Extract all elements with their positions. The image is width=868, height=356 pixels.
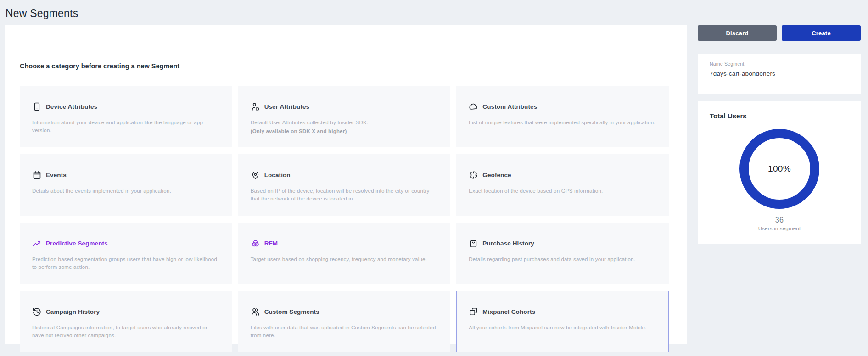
users-caption: Users in segment: [758, 226, 801, 231]
card-head: Predictive Segments: [32, 238, 220, 249]
card-description-note: (Only available on SDK X and higher): [251, 128, 438, 135]
card-description: Historical Campaigns information, to tar…: [32, 324, 220, 339]
total-users-chart: 100% 36 Users in segment: [710, 129, 849, 231]
card-description: Details regarding past purchases and dat…: [469, 256, 656, 263]
discard-button[interactable]: Discard: [698, 25, 777, 41]
card-head: Location: [251, 169, 438, 180]
calendar-icon: [32, 170, 42, 180]
card-title: Campaign History: [46, 308, 100, 315]
category-grid: Device Attributes Information about your…: [20, 86, 669, 352]
category-card-location[interactable]: Location Based on IP of the device, loca…: [238, 154, 451, 216]
card-title: Custom Segments: [264, 308, 319, 315]
cloud-icon: [469, 102, 478, 111]
card-description: Based on IP of the device, location will…: [251, 187, 438, 202]
card-head: Custom Segments: [251, 306, 438, 317]
total-users-title: Total Users: [710, 112, 849, 120]
user-badge-icon: [251, 102, 260, 111]
card-head: Events: [32, 169, 220, 180]
history-clock-icon: [32, 307, 42, 317]
page-title: New Segments: [6, 7, 78, 20]
card-title: Custom Attributes: [482, 103, 537, 110]
card-description: Exact location of the device based on GP…: [469, 187, 656, 195]
name-segment-card: Name Segment: [698, 54, 861, 94]
category-card-custom-segments[interactable]: Custom Segments Files with user data tha…: [238, 291, 451, 352]
card-head: Purchase History: [469, 238, 656, 249]
donut-ring: 100%: [739, 129, 819, 209]
name-segment-input[interactable]: [710, 70, 849, 80]
card-title: Location: [264, 172, 291, 178]
card-head: Device Attributes: [32, 101, 220, 112]
card-head: Campaign History: [32, 306, 220, 317]
category-card-custom-attributes[interactable]: Custom Attributes List of unique feature…: [456, 86, 669, 147]
card-description: Default User Attributes collected by Ins…: [251, 119, 438, 127]
card-title: RFM: [264, 240, 278, 247]
category-card-user-attributes[interactable]: User Attributes Default User Attributes …: [238, 86, 451, 147]
category-card-events[interactable]: Events Details about the events implemen…: [20, 154, 232, 216]
card-title: Purchase History: [482, 240, 534, 247]
create-button[interactable]: Create: [782, 25, 861, 41]
category-card-mixpanel-cohorts[interactable]: Mixpanel Cohorts All your cohorts from M…: [456, 291, 669, 352]
category-card-device-attributes[interactable]: Device Attributes Information about your…: [20, 86, 232, 147]
card-description: Target users based on shopping recency, …: [251, 256, 438, 263]
name-segment-label: Name Segment: [710, 61, 849, 67]
card-title: User Attributes: [264, 103, 310, 110]
card-description: All your cohorts from Mixpanel can now b…: [469, 324, 656, 332]
card-description: List of unique features that were implem…: [469, 119, 656, 127]
card-head: Mixpanel Cohorts: [469, 306, 656, 317]
linked-squares-icon: [469, 307, 478, 317]
card-head: RFM: [251, 238, 438, 249]
category-card-campaign-history[interactable]: Campaign History Historical Campaigns in…: [20, 291, 232, 352]
category-card-rfm[interactable]: RFM Target users based on shopping recen…: [238, 222, 451, 284]
card-title: Mixpanel Cohorts: [482, 308, 535, 315]
card-title: Events: [46, 172, 67, 178]
venn-circles-icon: [251, 239, 260, 248]
shopping-bag-icon: [469, 239, 478, 248]
card-title: Device Attributes: [46, 103, 97, 110]
users-count: 36: [775, 216, 784, 224]
map-pin-icon: [251, 170, 260, 180]
card-description: Information about your device and applic…: [32, 119, 220, 134]
card-head: User Attributes: [251, 101, 438, 112]
geofence-icon: [469, 170, 478, 180]
users-icon: [251, 307, 260, 317]
category-card-predictive-segments[interactable]: Predictive Segments Prediction based seg…: [20, 222, 232, 284]
trending-up-icon: [32, 239, 42, 248]
card-head: Custom Attributes: [469, 101, 656, 112]
card-title: Predictive Segments: [46, 240, 108, 247]
total-users-card: Total Users 100% 36 Users in segment: [698, 101, 861, 244]
category-card-geofence[interactable]: Geofence Exact location of the device ba…: [456, 154, 669, 216]
donut-percent-label: 100%: [768, 164, 791, 174]
panel-heading: Choose a category before creating a new …: [20, 62, 179, 70]
card-head: Geofence: [469, 169, 656, 180]
card-description: Prediction based segmentation groups use…: [32, 256, 220, 271]
card-title: Geofence: [482, 172, 511, 178]
card-description: Details about the events implemented in …: [32, 187, 220, 195]
card-description: Files with user data that was uploaded i…: [251, 324, 438, 339]
category-card-purchase-history[interactable]: Purchase History Details regarding past …: [456, 222, 669, 284]
device-icon: [32, 102, 42, 111]
category-panel: Choose a category before creating a new …: [5, 25, 687, 344]
